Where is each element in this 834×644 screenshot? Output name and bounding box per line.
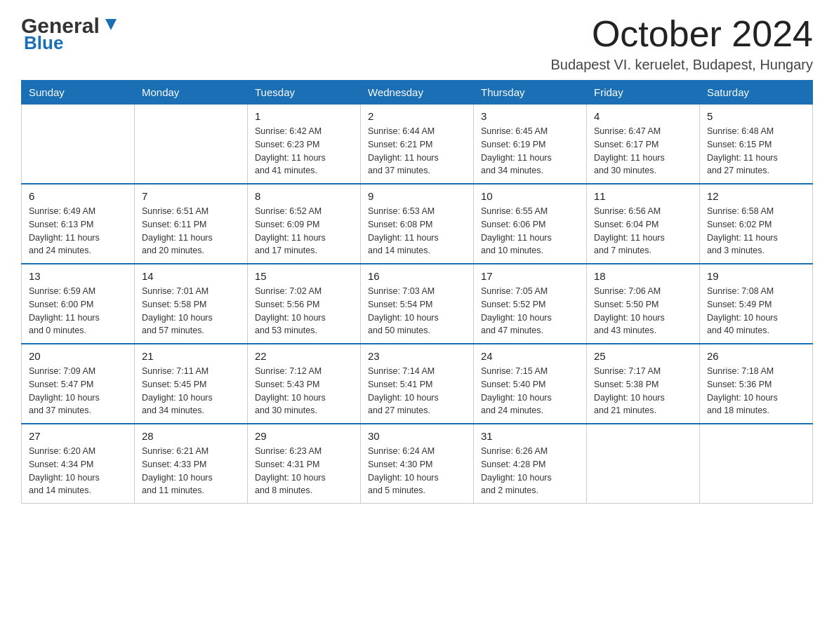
calendar-header-friday: Friday [587, 81, 700, 105]
calendar-header-saturday: Saturday [700, 81, 813, 105]
day-number: 12 [707, 190, 805, 202]
day-number: 26 [707, 350, 805, 362]
day-info: Sunrise: 7:12 AM Sunset: 5:43 PM Dayligh… [255, 365, 353, 417]
day-info: Sunrise: 7:11 AM Sunset: 5:45 PM Dayligh… [142, 365, 240, 417]
calendar-cell: 2Sunrise: 6:44 AM Sunset: 6:21 PM Daylig… [361, 105, 474, 185]
day-info: Sunrise: 6:24 AM Sunset: 4:30 PM Dayligh… [368, 445, 466, 497]
calendar-cell: 15Sunrise: 7:02 AM Sunset: 5:56 PM Dayli… [248, 264, 361, 344]
day-info: Sunrise: 6:51 AM Sunset: 6:11 PM Dayligh… [142, 205, 240, 257]
day-number: 18 [594, 270, 692, 282]
day-number: 22 [255, 350, 353, 362]
day-number: 3 [481, 110, 579, 122]
day-info: Sunrise: 6:26 AM Sunset: 4:28 PM Dayligh… [481, 445, 579, 497]
calendar-cell: 13Sunrise: 6:59 AM Sunset: 6:00 PM Dayli… [22, 264, 135, 344]
day-info: Sunrise: 6:45 AM Sunset: 6:19 PM Dayligh… [481, 125, 579, 177]
calendar-cell: 7Sunrise: 6:51 AM Sunset: 6:11 PM Daylig… [135, 184, 248, 264]
day-number: 7 [142, 190, 240, 202]
calendar-cell: 11Sunrise: 6:56 AM Sunset: 6:04 PM Dayli… [587, 184, 700, 264]
day-number: 16 [368, 270, 466, 282]
calendar-header-thursday: Thursday [474, 81, 587, 105]
day-info: Sunrise: 6:53 AM Sunset: 6:08 PM Dayligh… [368, 205, 466, 257]
month-title: October 2024 [550, 14, 813, 54]
day-info: Sunrise: 7:02 AM Sunset: 5:56 PM Dayligh… [255, 285, 353, 337]
day-number: 14 [142, 270, 240, 282]
logo-blue-text: Blue [24, 32, 63, 54]
day-info: Sunrise: 7:14 AM Sunset: 5:41 PM Dayligh… [368, 365, 466, 417]
day-number: 31 [481, 430, 579, 442]
calendar-cell: 12Sunrise: 6:58 AM Sunset: 6:02 PM Dayli… [700, 184, 813, 264]
day-number: 21 [142, 350, 240, 362]
day-number: 13 [29, 270, 127, 282]
day-number: 30 [368, 430, 466, 442]
location-subtitle: Budapest VI. keruelet, Budapest, Hungary [550, 57, 813, 73]
title-block: October 2024 Budapest VI. keruelet, Buda… [550, 14, 813, 73]
calendar-cell: 29Sunrise: 6:23 AM Sunset: 4:31 PM Dayli… [248, 424, 361, 504]
calendar-cell: 5Sunrise: 6:48 AM Sunset: 6:15 PM Daylig… [700, 105, 813, 185]
day-info: Sunrise: 7:17 AM Sunset: 5:38 PM Dayligh… [594, 365, 692, 417]
day-info: Sunrise: 7:18 AM Sunset: 5:36 PM Dayligh… [707, 365, 805, 417]
calendar-cell: 17Sunrise: 7:05 AM Sunset: 5:52 PM Dayli… [474, 264, 587, 344]
calendar-week-row: 1Sunrise: 6:42 AM Sunset: 6:23 PM Daylig… [22, 105, 813, 185]
day-info: Sunrise: 6:20 AM Sunset: 4:34 PM Dayligh… [29, 445, 127, 497]
calendar-cell: 22Sunrise: 7:12 AM Sunset: 5:43 PM Dayli… [248, 344, 361, 424]
day-info: Sunrise: 7:06 AM Sunset: 5:50 PM Dayligh… [594, 285, 692, 337]
day-number: 4 [594, 110, 692, 122]
day-info: Sunrise: 7:09 AM Sunset: 5:47 PM Dayligh… [29, 365, 127, 417]
page-header: General Blue October 2024 Budapest VI. k… [21, 14, 813, 73]
calendar-cell: 23Sunrise: 7:14 AM Sunset: 5:41 PM Dayli… [361, 344, 474, 424]
calendar-cell [135, 105, 248, 185]
day-number: 23 [368, 350, 466, 362]
logo-triangle-icon [101, 15, 121, 34]
calendar-cell: 30Sunrise: 6:24 AM Sunset: 4:30 PM Dayli… [361, 424, 474, 504]
calendar-cell: 28Sunrise: 6:21 AM Sunset: 4:33 PM Dayli… [135, 424, 248, 504]
day-info: Sunrise: 6:44 AM Sunset: 6:21 PM Dayligh… [368, 125, 466, 177]
day-number: 6 [29, 190, 127, 202]
calendar-cell [587, 424, 700, 504]
day-info: Sunrise: 6:52 AM Sunset: 6:09 PM Dayligh… [255, 205, 353, 257]
day-info: Sunrise: 7:15 AM Sunset: 5:40 PM Dayligh… [481, 365, 579, 417]
calendar-header-row: SundayMondayTuesdayWednesdayThursdayFrid… [22, 81, 813, 105]
day-number: 1 [255, 110, 353, 122]
calendar-cell: 27Sunrise: 6:20 AM Sunset: 4:34 PM Dayli… [22, 424, 135, 504]
calendar-cell: 25Sunrise: 7:17 AM Sunset: 5:38 PM Dayli… [587, 344, 700, 424]
calendar-week-row: 6Sunrise: 6:49 AM Sunset: 6:13 PM Daylig… [22, 184, 813, 264]
calendar-header-tuesday: Tuesday [248, 81, 361, 105]
day-number: 25 [594, 350, 692, 362]
day-info: Sunrise: 6:23 AM Sunset: 4:31 PM Dayligh… [255, 445, 353, 497]
calendar-cell: 19Sunrise: 7:08 AM Sunset: 5:49 PM Dayli… [700, 264, 813, 344]
day-number: 28 [142, 430, 240, 442]
day-number: 9 [368, 190, 466, 202]
calendar-cell: 14Sunrise: 7:01 AM Sunset: 5:58 PM Dayli… [135, 264, 248, 344]
day-info: Sunrise: 6:56 AM Sunset: 6:04 PM Dayligh… [594, 205, 692, 257]
calendar-header-monday: Monday [135, 81, 248, 105]
day-info: Sunrise: 6:47 AM Sunset: 6:17 PM Dayligh… [594, 125, 692, 177]
day-info: Sunrise: 6:49 AM Sunset: 6:13 PM Dayligh… [29, 205, 127, 257]
calendar-cell: 18Sunrise: 7:06 AM Sunset: 5:50 PM Dayli… [587, 264, 700, 344]
calendar-cell: 26Sunrise: 7:18 AM Sunset: 5:36 PM Dayli… [700, 344, 813, 424]
calendar-cell: 6Sunrise: 6:49 AM Sunset: 6:13 PM Daylig… [22, 184, 135, 264]
day-info: Sunrise: 6:58 AM Sunset: 6:02 PM Dayligh… [707, 205, 805, 257]
day-info: Sunrise: 7:08 AM Sunset: 5:49 PM Dayligh… [707, 285, 805, 337]
day-info: Sunrise: 7:03 AM Sunset: 5:54 PM Dayligh… [368, 285, 466, 337]
day-number: 2 [368, 110, 466, 122]
calendar-week-row: 20Sunrise: 7:09 AM Sunset: 5:47 PM Dayli… [22, 344, 813, 424]
calendar-cell: 8Sunrise: 6:52 AM Sunset: 6:09 PM Daylig… [248, 184, 361, 264]
calendar-cell: 20Sunrise: 7:09 AM Sunset: 5:47 PM Dayli… [22, 344, 135, 424]
calendar-table: SundayMondayTuesdayWednesdayThursdayFrid… [21, 80, 813, 504]
calendar-cell: 4Sunrise: 6:47 AM Sunset: 6:17 PM Daylig… [587, 105, 700, 185]
calendar-cell: 3Sunrise: 6:45 AM Sunset: 6:19 PM Daylig… [474, 105, 587, 185]
svg-marker-0 [105, 19, 117, 30]
day-number: 27 [29, 430, 127, 442]
day-number: 20 [29, 350, 127, 362]
day-number: 29 [255, 430, 353, 442]
day-number: 19 [707, 270, 805, 282]
day-info: Sunrise: 7:01 AM Sunset: 5:58 PM Dayligh… [142, 285, 240, 337]
day-info: Sunrise: 7:05 AM Sunset: 5:52 PM Dayligh… [481, 285, 579, 337]
calendar-week-row: 27Sunrise: 6:20 AM Sunset: 4:34 PM Dayli… [22, 424, 813, 504]
day-number: 5 [707, 110, 805, 122]
day-info: Sunrise: 6:42 AM Sunset: 6:23 PM Dayligh… [255, 125, 353, 177]
calendar-week-row: 13Sunrise: 6:59 AM Sunset: 6:00 PM Dayli… [22, 264, 813, 344]
calendar-cell: 31Sunrise: 6:26 AM Sunset: 4:28 PM Dayli… [474, 424, 587, 504]
day-number: 8 [255, 190, 353, 202]
day-info: Sunrise: 6:55 AM Sunset: 6:06 PM Dayligh… [481, 205, 579, 257]
